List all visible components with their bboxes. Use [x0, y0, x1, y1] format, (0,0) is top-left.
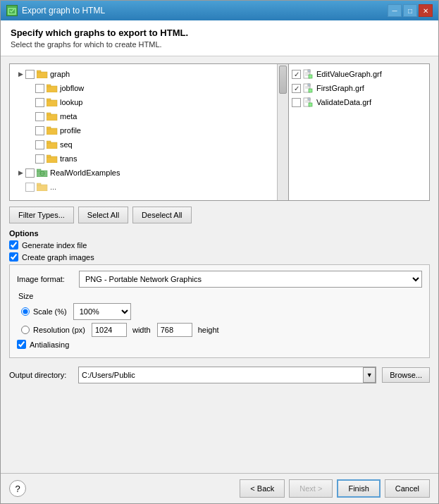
tree-label-realworld: RealWorldExamples [50, 168, 120, 177]
next-button[interactable]: Next > [289, 479, 333, 498]
scale-combo[interactable]: 100% 75% 50% 125% 150% [73, 303, 131, 320]
browse-button[interactable]: Browse... [382, 367, 430, 383]
svg-rect-7 [47, 114, 57, 121]
file-icon-firstgraph [303, 83, 314, 93]
image-format-combo[interactable]: PNG - Portable Network Graphics SVG - Sc… [79, 271, 422, 288]
close-button[interactable]: ✕ [419, 4, 433, 17]
cb-jobflow[interactable] [35, 84, 44, 93]
tree-item-profile[interactable]: profile [11, 123, 287, 137]
cb-realworld[interactable] [25, 168, 35, 178]
generate-index-label: Generate index file [22, 241, 87, 250]
tree-right[interactable]: EditValueGraph.grf FirstGraph [289, 63, 430, 201]
folder-icon-lookup [47, 98, 58, 106]
select-all-button[interactable]: Select All [78, 207, 128, 223]
expand-arrow-graph[interactable]: ▶ [16, 70, 25, 78]
back-button[interactable]: < Back [240, 479, 285, 498]
tree-label-profile: profile [60, 126, 81, 135]
tree-item-lookup[interactable]: lookup [11, 95, 287, 109]
tree-item-editvalue[interactable]: EditValueGraph.grf [290, 67, 428, 81]
folder-icon-trans [47, 154, 58, 163]
resolution-row: Resolution (px) width height [21, 323, 422, 337]
scrollbar-thumb[interactable] [279, 66, 287, 94]
maximize-button[interactable]: □ [403, 4, 417, 17]
cb-lookup[interactable] [35, 98, 44, 107]
cb-validatedata[interactable] [292, 98, 301, 107]
file-icon-editvalue [303, 69, 314, 79]
resolution-width-input[interactable] [92, 323, 127, 337]
cb-graph[interactable] [25, 70, 35, 79]
svg-rect-12 [47, 141, 51, 143]
scale-select[interactable]: 100% 75% 50% 125% 150% [74, 304, 130, 319]
folder-icon-partial [37, 183, 48, 191]
cb-firstgraph[interactable] [292, 84, 301, 93]
cb-partial[interactable] [25, 183, 35, 192]
tree-item-trans[interactable]: trans [11, 152, 287, 166]
tree-item-validatedata[interactable]: ValidateData.grf [290, 95, 428, 109]
cb-editvalue[interactable] [292, 70, 301, 79]
output-dropdown-arrow[interactable]: ▼ [363, 367, 376, 383]
resolution-height-input[interactable] [157, 323, 192, 337]
scrollbar-track[interactable] [277, 64, 288, 200]
cb-meta[interactable] [35, 112, 44, 121]
scale-label: Scale (%) [33, 307, 67, 316]
size-section: Size Scale (%) 100% 75% 50% 125% 150% [17, 292, 422, 337]
tree-item-realworld[interactable]: ▶ RealWorldExamples [11, 166, 287, 180]
scale-radio[interactable] [21, 307, 30, 316]
svg-rect-11 [47, 142, 57, 149]
header-subtitle: Select the graphs for which to create HT… [11, 40, 428, 49]
tree-item-partial[interactable]: ... [11, 180, 287, 194]
size-label: Size [18, 292, 422, 300]
cb-profile[interactable] [35, 126, 44, 135]
tree-item-jobflow[interactable]: jobflow [11, 81, 287, 95]
output-input[interactable] [79, 367, 363, 383]
help-button[interactable]: ? [9, 480, 26, 497]
image-format-select[interactable]: PNG - Portable Network Graphics SVG - Sc… [80, 271, 421, 287]
file-icon-validatedata [303, 97, 314, 107]
output-label: Output directory: [9, 371, 73, 379]
tree-label-jobflow: jobflow [60, 84, 84, 92]
tree-label-trans: trans [60, 154, 77, 163]
svg-rect-4 [47, 85, 51, 87]
svg-rect-13 [47, 156, 57, 163]
tree-label-firstgraph: FirstGraph.grf [316, 84, 364, 92]
svg-rect-22 [308, 70, 310, 72]
tree-label-editvalue: EditValueGraph.grf [316, 70, 382, 78]
header-section: Specify which graphs to export to HTML. … [1, 20, 438, 56]
antialiasing-label: Antialiasing [30, 340, 69, 349]
image-format-label: Image format: [17, 275, 73, 283]
svg-rect-26 [309, 75, 312, 78]
svg-rect-33 [308, 98, 310, 100]
antialiasing-checkbox[interactable] [17, 340, 26, 349]
title-bar-left: Export graph to HTML [6, 5, 105, 16]
expand-arrow-realworld[interactable]: ▶ [16, 169, 25, 176]
tree-label-validatedata: ValidateData.grf [316, 98, 371, 106]
tree-item-seq[interactable]: seq [11, 137, 287, 152]
cancel-button[interactable]: Cancel [385, 479, 430, 498]
svg-rect-28 [308, 84, 310, 86]
tree-label-lookup: lookup [60, 98, 82, 106]
window-title: Export graph to HTML [22, 6, 105, 16]
tree-left-scroll[interactable]: ▶ graph [10, 64, 288, 200]
finish-button[interactable]: Finish [337, 479, 380, 498]
filter-types-button[interactable]: Filter Types... [9, 207, 74, 223]
resolution-radio[interactable] [21, 326, 30, 334]
minimize-button[interactable]: ─ [388, 4, 402, 17]
main-window: Export graph to HTML ─ □ ✕ Specify which… [0, 0, 439, 504]
create-images-checkbox[interactable] [9, 252, 18, 262]
svg-rect-14 [47, 155, 51, 157]
tree-item-meta[interactable]: meta [11, 109, 287, 123]
footer-right: < Back Next > Finish Cancel [240, 479, 430, 498]
svg-rect-3 [47, 86, 57, 92]
output-combo[interactable]: ▼ [78, 367, 376, 383]
cb-trans[interactable] [35, 154, 44, 164]
scale-row: Scale (%) 100% 75% 50% 125% 150% [21, 303, 422, 320]
tree-left[interactable]: ▶ graph [9, 63, 289, 201]
deselect-all-button[interactable]: Deselect All [132, 207, 191, 223]
generate-index-checkbox[interactable] [9, 240, 18, 250]
tree-item-graph[interactable]: ▶ graph [11, 67, 287, 81]
folder-icon-jobflow [47, 84, 58, 92]
window-icon [6, 5, 18, 16]
folder-icon-meta [47, 112, 58, 121]
tree-item-firstgraph[interactable]: FirstGraph.grf [290, 81, 428, 95]
cb-seq[interactable] [35, 140, 44, 149]
